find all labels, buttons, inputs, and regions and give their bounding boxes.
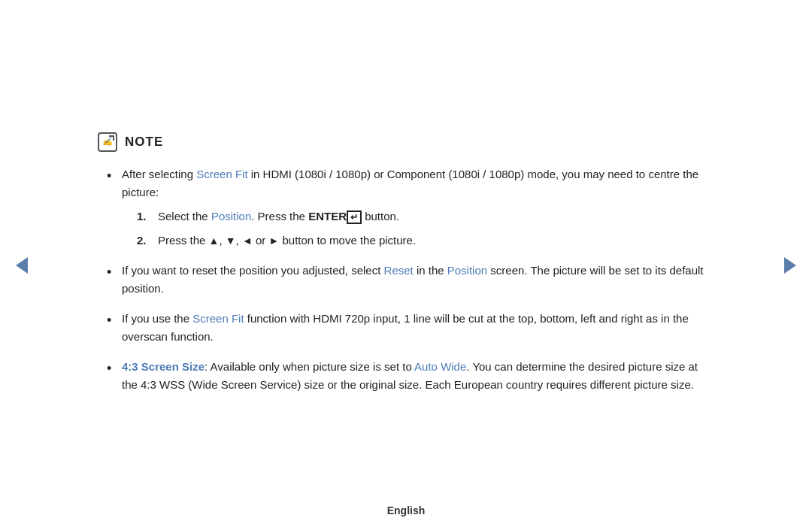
screen-fit-link-1: Screen Fit bbox=[196, 168, 247, 180]
bullet2-text: If you want to reset the position you ad… bbox=[122, 264, 704, 295]
step-number-1: 1. bbox=[137, 207, 147, 226]
auto-wide-link: Auto Wide bbox=[414, 360, 466, 373]
sub-list: 1. Select the Position. Press the ENTER↵… bbox=[122, 207, 714, 250]
sub-list-item-1: 1. Select the Position. Press the ENTER↵… bbox=[137, 207, 714, 226]
left-arrow-icon bbox=[16, 257, 28, 274]
note-icon: ✍ bbox=[98, 132, 117, 152]
position-link-2: Position bbox=[447, 264, 487, 277]
bullet3-text: If you use the Screen Fit function with … bbox=[122, 312, 689, 343]
position-link-1: Position bbox=[211, 210, 251, 223]
direction-key-right: ► bbox=[268, 235, 279, 247]
reset-link: Reset bbox=[384, 264, 414, 277]
sub-list-item-2: 2. Press the ▲, ▼, ◄ or ► button to move… bbox=[137, 232, 714, 250]
direction-keys: ▲ bbox=[209, 235, 220, 247]
enter-key-label: ENTER bbox=[308, 210, 347, 223]
note-title: NOTE bbox=[125, 135, 163, 150]
list-item: If you use the Screen Fit function with … bbox=[105, 310, 714, 346]
list-item: 4:3 Screen Size: Available only when pic… bbox=[105, 358, 714, 394]
list-item: After selecting Screen Fit in HDMI (1080… bbox=[105, 165, 714, 250]
nav-arrow-left[interactable] bbox=[14, 257, 30, 274]
screen-fit-link-2: Screen Fit bbox=[192, 312, 244, 325]
bullet1-text: After selecting Screen Fit in HDMI (1080… bbox=[122, 168, 698, 198]
direction-key-left: ◄ bbox=[242, 235, 253, 247]
content-area: ✍ NOTE After selecting Screen Fit in HDM… bbox=[83, 110, 729, 421]
bullet4-text: 4:3 Screen Size: Available only when pic… bbox=[122, 360, 698, 391]
enter-symbol: ↵ bbox=[347, 210, 362, 224]
nav-arrow-right[interactable] bbox=[782, 257, 798, 274]
right-arrow-icon bbox=[784, 257, 796, 274]
step-number-2: 2. bbox=[137, 232, 147, 250]
footer-language: English bbox=[387, 504, 426, 516]
direction-key-down: ▼ bbox=[226, 235, 236, 247]
page-container: ✍ NOTE After selecting Screen Fit in HDM… bbox=[0, 0, 812, 530]
list-item: If you want to reset the position you ad… bbox=[105, 262, 714, 298]
screen-size-label: 4:3 Screen Size bbox=[122, 360, 205, 373]
bullet-list: After selecting Screen Fit in HDMI (1080… bbox=[98, 165, 714, 394]
note-header: ✍ NOTE bbox=[98, 132, 714, 152]
